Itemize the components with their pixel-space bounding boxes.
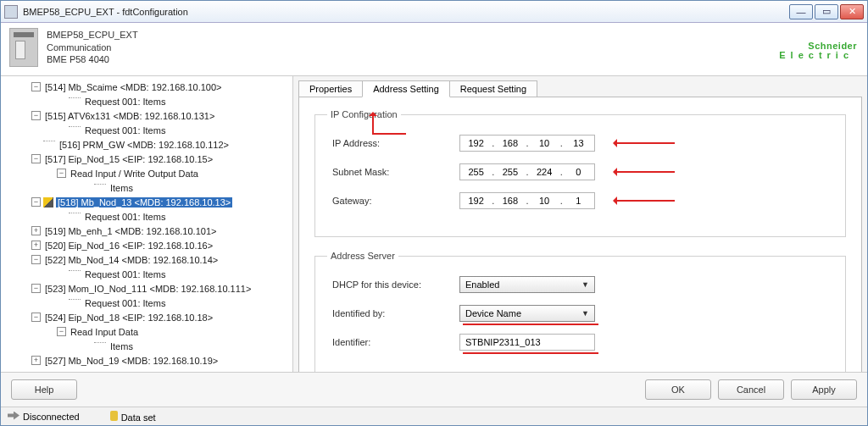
identifier-input[interactable]: STBNIP2311_013 bbox=[459, 334, 595, 351]
tree-node[interactable]: −[524] Eip_Nod_18 <EIP: 192.168.10.18> bbox=[1, 310, 292, 324]
tab-properties[interactable]: Properties bbox=[298, 80, 363, 97]
tab-request-setting[interactable]: Request Setting bbox=[449, 80, 537, 97]
tree-node[interactable]: −[528] ATV9x132 <MDB: 192.168.10.132> bbox=[1, 368, 292, 368]
tree-node[interactable]: −[517] Eip_Nod_15 <EIP: 192.168.10.15> bbox=[1, 152, 292, 166]
tab-panel: IP Configuration IP Address: 192. 168. 1… bbox=[298, 97, 862, 373]
gateway-label: Gateway: bbox=[332, 196, 459, 206]
tree-node-selected[interactable]: −[518] Mb_Nod_13 <MDB: 192.168.10.13> bbox=[1, 195, 292, 209]
tree-node[interactable]: +[527] Mb_Nod_19 <MDB: 192.168.10.19> bbox=[1, 353, 292, 368]
database-icon bbox=[110, 411, 118, 421]
dataset-status: Data set bbox=[110, 411, 156, 423]
address-server-legend: Address Server bbox=[327, 251, 398, 261]
tree-node[interactable]: Request 001: Items bbox=[1, 296, 292, 310]
dialog-footer: Help OK Cancel Apply bbox=[1, 373, 867, 407]
tree-node[interactable]: −[522] Mb_Nod_14 <MDB: 192.168.10.14> bbox=[1, 252, 292, 267]
dhcp-label: DHCP for this device: bbox=[332, 279, 459, 290]
annotation-arrow bbox=[615, 142, 675, 144]
tab-address-setting[interactable]: Address Setting bbox=[362, 80, 450, 97]
tree-node[interactable]: −[515] ATV6x131 <MDB: 192.168.10.131> bbox=[1, 108, 292, 123]
pencil-icon bbox=[43, 197, 53, 207]
tree-node[interactable]: −[514] Mb_Scaime <MDB: 192.168.10.100> bbox=[1, 80, 292, 94]
dhcp-combo[interactable]: Enabled▼ bbox=[459, 276, 595, 293]
device-name: BMEP58_ECPU_EXT bbox=[47, 29, 779, 41]
plug-icon bbox=[8, 412, 19, 420]
tree-node[interactable]: Request 001: Items bbox=[1, 94, 292, 108]
tree-node[interactable]: Request 001: Items bbox=[1, 209, 292, 224]
help-button[interactable]: Help bbox=[11, 379, 77, 400]
titlebar: BMEP58_ECPU_EXT - fdtConfiguration — ▭ ✕ bbox=[1, 1, 867, 23]
device-tree[interactable]: −[514] Mb_Scaime <MDB: 192.168.10.100> R… bbox=[1, 76, 293, 372]
device-header: BMEP58_ECPU_EXT Communication BME P58 40… bbox=[1, 23, 867, 76]
annotation-underline bbox=[463, 324, 598, 325]
tree-node[interactable]: −[523] Mom_IO_Nod_111 <MDB: 192.168.10.1… bbox=[1, 281, 292, 296]
connection-status: Disconnected bbox=[8, 412, 80, 422]
ip-address-label: IP Address: bbox=[332, 138, 459, 148]
tree-node[interactable]: +[519] Mb_enh_1 <MDB: 192.168.10.101> bbox=[1, 224, 292, 238]
ip-config-legend: IP Configuration bbox=[327, 109, 401, 119]
apply-button[interactable]: Apply bbox=[791, 379, 857, 400]
chevron-down-icon: ▼ bbox=[581, 309, 589, 318]
app-icon bbox=[4, 5, 18, 19]
gateway-input[interactable]: 192. 168. 10. 1 bbox=[459, 192, 595, 209]
annotation-arrow bbox=[615, 171, 675, 173]
status-bar: Disconnected Data set bbox=[1, 407, 867, 425]
close-button[interactable]: ✕ bbox=[840, 4, 864, 19]
tree-node[interactable]: +[520] Eip_Nod_16 <EIP: 192.168.10.16> bbox=[1, 238, 292, 252]
tree-node[interactable]: [516] PRM_GW <MDB: 192.168.10.112> bbox=[1, 137, 292, 152]
annotation-underline bbox=[463, 352, 598, 354]
annotation-arrow bbox=[372, 114, 374, 133]
brand-logo: Schneider Electric bbox=[779, 35, 857, 60]
minimize-button[interactable]: — bbox=[789, 4, 813, 19]
annotation-arrow bbox=[615, 200, 675, 202]
subnet-mask-label: Subnet Mask: bbox=[332, 167, 459, 177]
tab-bar: Properties Address Setting Request Setti… bbox=[293, 76, 867, 97]
device-image bbox=[9, 28, 38, 67]
device-comm: Communication bbox=[47, 41, 779, 54]
window-title: BMEP58_ECPU_EXT - fdtConfiguration bbox=[23, 7, 789, 17]
tree-node[interactable]: Items bbox=[1, 180, 292, 195]
ip-address-input[interactable]: 192. 168. 10. 13 bbox=[459, 135, 595, 152]
tree-node[interactable]: Request 001: Items bbox=[1, 267, 292, 281]
tree-node[interactable]: Request 001: Items bbox=[1, 123, 292, 137]
tree-node[interactable]: Items bbox=[1, 339, 292, 353]
maximize-button[interactable]: ▭ bbox=[815, 4, 838, 19]
identified-by-label: Identified by: bbox=[332, 308, 459, 318]
settings-pane: Properties Address Setting Request Setti… bbox=[293, 76, 867, 372]
cancel-button[interactable]: Cancel bbox=[718, 379, 784, 400]
address-server-group: Address Server DHCP for this device: Ena… bbox=[314, 251, 846, 373]
identifier-label: Identifier: bbox=[332, 337, 459, 347]
ip-configuration-group: IP Configuration IP Address: 192. 168. 1… bbox=[314, 109, 846, 237]
device-info: BMEP58_ECPU_EXT Communication BME P58 40… bbox=[47, 29, 779, 67]
chevron-down-icon: ▼ bbox=[581, 280, 589, 289]
identified-by-combo[interactable]: Device Name▼ bbox=[459, 305, 595, 322]
subnet-mask-input[interactable]: 255. 255. 224. 0 bbox=[459, 163, 595, 180]
ok-button[interactable]: OK bbox=[645, 379, 711, 400]
app-window: BMEP58_ECPU_EXT - fdtConfiguration — ▭ ✕… bbox=[0, 0, 868, 426]
device-model: BME P58 4040 bbox=[47, 53, 779, 66]
tree-node[interactable]: −Read Input / Write Output Data bbox=[1, 166, 292, 180]
tree-node[interactable]: −Read Input Data bbox=[1, 324, 292, 339]
